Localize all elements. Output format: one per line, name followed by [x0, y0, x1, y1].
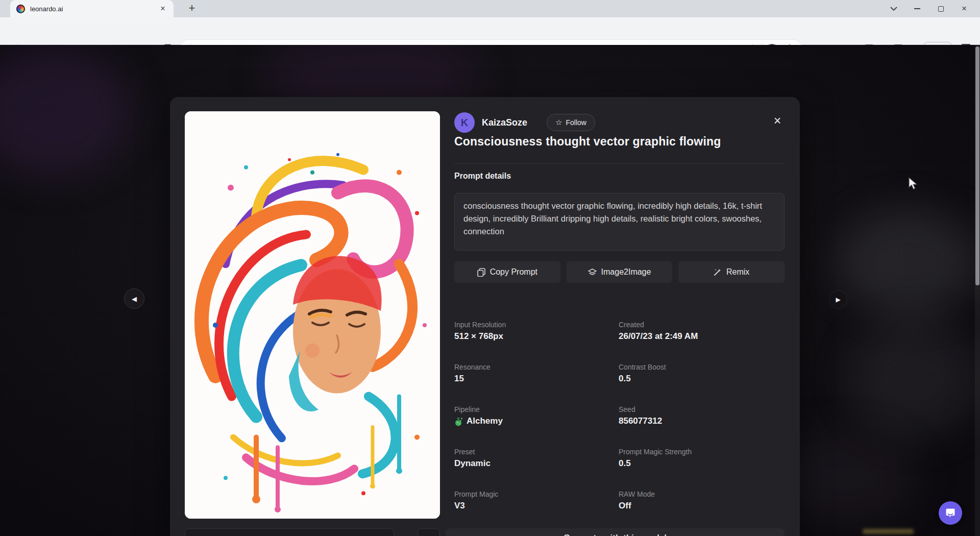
- support-chat-button[interactable]: [939, 501, 962, 525]
- browser-toolbar: app.leonardo.ai: [0, 17, 980, 45]
- artwork: [185, 111, 440, 519]
- browser-window: leonardo.ai × + ×: [0, 0, 980, 536]
- mouse-cursor: [908, 177, 919, 190]
- variation-button-partial[interactable]: [418, 528, 440, 536]
- previous-image-button[interactable]: ◀: [124, 288, 144, 309]
- scrollbar-track[interactable]: [975, 45, 980, 536]
- detail-seed: Seed 856077312: [619, 405, 785, 448]
- tab-bar: leonardo.ai × + ×: [0, 0, 980, 17]
- prompt-box[interactable]: consciousness thought vector graphic flo…: [454, 193, 785, 251]
- leonardo-favicon-icon: [16, 5, 25, 13]
- minimize-button[interactable]: [905, 0, 929, 17]
- background-blur: [847, 321, 980, 438]
- star-icon: ☆: [555, 118, 562, 127]
- new-tab-button[interactable]: +: [185, 2, 199, 16]
- background-blur: [0, 45, 133, 178]
- tab-close-icon[interactable]: ×: [158, 4, 167, 13]
- image-detail-modal: × K KaizaSoze ☆ Follow Consciousness tho…: [170, 97, 800, 536]
- next-image-button[interactable]: ▶: [829, 291, 847, 308]
- image2image-button[interactable]: Image2Image: [567, 261, 673, 283]
- divider: [454, 163, 785, 164]
- restore-button[interactable]: [929, 0, 952, 17]
- remix-button[interactable]: Remix: [678, 261, 785, 283]
- follow-button[interactable]: ☆ Follow: [547, 114, 595, 131]
- detail-panel: K KaizaSoze ☆ Follow Consciousness thoug…: [454, 97, 785, 536]
- window-close-button[interactable]: ×: [952, 0, 976, 17]
- browser-tab[interactable]: leonardo.ai ×: [10, 0, 174, 17]
- author-row: K KaizaSoze ☆ Follow: [454, 112, 595, 133]
- detail-resonance: Resonance 15: [454, 363, 619, 405]
- copy-prompt-button[interactable]: Copy Prompt: [454, 261, 560, 283]
- remix-wand-icon: [714, 268, 722, 276]
- page-content: ◀ ▶: [0, 45, 980, 536]
- alchemy-potion-icon: [454, 417, 463, 426]
- copy-icon: [477, 268, 485, 277]
- detail-contrast-boost: Contrast Boost 0.5: [619, 363, 785, 405]
- action-buttons: Copy Prompt Image2Image: [454, 261, 785, 283]
- detail-input-resolution: Input Resolution 512 × 768px: [454, 321, 619, 363]
- layers-icon: [588, 269, 597, 276]
- variation-bar-partial[interactable]: [185, 528, 394, 536]
- author-name[interactable]: KaizaSoze: [482, 117, 527, 128]
- detail-prompt-magic-strength: Prompt Magic Strength 0.5: [619, 448, 785, 490]
- generate-with-model-button[interactable]: Generate with this model: [446, 528, 785, 536]
- prompt-details-heading: Prompt details: [454, 172, 511, 181]
- details-grid: Input Resolution 512 × 768px Created 26/…: [454, 321, 785, 532]
- partial-watermark: [863, 529, 914, 534]
- prompt-text: consciousness thought vector graphic flo…: [463, 200, 775, 238]
- detail-created: Created 26/07/23 at 2:49 AM: [619, 321, 785, 363]
- tab-title: leonardo.ai: [30, 5, 158, 13]
- tab-search-icon[interactable]: [882, 0, 905, 17]
- detail-raw-mode: RAW Mode Off: [619, 490, 785, 532]
- scrollbar-thumb[interactable]: [975, 46, 979, 285]
- detail-pipeline: Pipeline Alchemy: [454, 405, 619, 448]
- detail-preset: Preset Dynamic: [454, 448, 619, 490]
- avatar[interactable]: K: [454, 112, 475, 133]
- detail-prompt-magic: Prompt Magic V3: [454, 490, 619, 532]
- generated-image[interactable]: [185, 111, 440, 519]
- window-controls: ×: [882, 0, 976, 17]
- generation-title: Consciousness thought vector graphic flo…: [454, 135, 771, 149]
- chat-bubble-icon: [945, 507, 956, 519]
- background-blur: [837, 208, 980, 315]
